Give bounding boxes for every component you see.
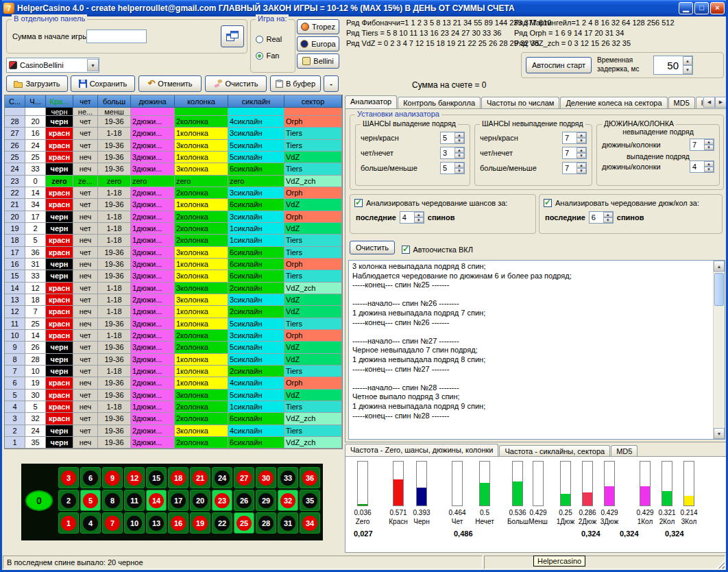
spin-down-icon[interactable]: ▼: [603, 217, 613, 223]
table-row[interactable]: 127красннеч1-181дюжи...1колонка2сиклайнV…: [5, 306, 342, 318]
column-header[interactable]: дюжина: [131, 95, 175, 108]
roulette-cell-32[interactable]: 32: [278, 490, 298, 511]
spinner-value[interactable]: 7: [563, 163, 577, 174]
delay-spinner[interactable]: 50▲▼: [653, 56, 693, 75]
spinner-value[interactable]: 4: [690, 161, 704, 172]
spinner-value[interactable]: 5: [441, 163, 454, 174]
table-row[interactable]: 45красннеч1-181дюжи...2колонка1сиклайнTi…: [5, 401, 342, 413]
spin-down-icon[interactable]: ▼: [704, 145, 714, 150]
roulette-cell-6[interactable]: 6: [80, 467, 101, 488]
combo-dropdown-arrow[interactable]: ▼: [87, 59, 99, 71]
table-row[interactable]: 2433черннеч19-363дюжи...3колонка6сиклайн…: [5, 163, 342, 175]
spin-up-icon[interactable]: ▲: [577, 147, 586, 153]
spin-up-icon[interactable]: ▲: [683, 56, 692, 65]
table-row[interactable]: 2525красннеч19-363дюжи...1колонка5сиклай…: [5, 152, 342, 163]
spin-up-icon[interactable]: ▲: [704, 161, 714, 167]
roulette-cell-21[interactable]: 21: [190, 467, 210, 488]
roulette-cell-31[interactable]: 31: [278, 512, 298, 534]
autoclear-control[interactable]: Автоочистка ВКЛ: [402, 243, 473, 255]
minimize-button[interactable]: ▁: [679, 2, 693, 14]
frequency-tab[interactable]: Частота - Zero, шансы, дюжины, колонки: [345, 444, 498, 457]
table-row[interactable]: 710чернчет1-181дюжи...1колонка2сиклайнTi…: [5, 366, 342, 377]
tabs-scroll-right[interactable]: ▶: [715, 97, 727, 108]
undo-button[interactable]: ↶ Отменить: [138, 75, 202, 92]
table-row[interactable]: 2134краснчет19-363дюжи...1колонка6сиклай…: [5, 199, 342, 211]
table-header[interactable]: С...Ч...Кра...четбольшдюжинаколонкасикла…: [5, 95, 342, 108]
chances-miss-spinner-2[interactable]: 7▲▼: [562, 162, 587, 174]
spin-up-icon[interactable]: ▲: [414, 212, 424, 217]
frequency-tab[interactable]: Частота - сиклайны, сектора: [499, 445, 610, 457]
autospin-start-button[interactable]: Автоспин старт: [526, 57, 592, 73]
roulette-cell-22[interactable]: 22: [212, 512, 232, 534]
roulette-cell-14[interactable]: 14: [146, 490, 167, 511]
chances-hit-spinner-2[interactable]: 5▲▼: [440, 162, 465, 174]
roulette-zero-cell[interactable]: 0: [25, 490, 53, 511]
europa-button[interactable]: Europa: [297, 36, 339, 51]
analyzer-tab[interactable]: Частоты по числам: [481, 97, 559, 108]
table-row[interactable]: 619красннеч19-362дюжи...1колонка4сиклайн…: [5, 377, 342, 389]
chances-hit-spinner-1[interactable]: 3▲▼: [440, 147, 465, 159]
roulette-cell-12[interactable]: 12: [124, 467, 145, 488]
collapse-button[interactable]: -: [324, 75, 339, 92]
analyzer-tab[interactable]: Анализатор: [345, 95, 397, 108]
roulette-cell-28[interactable]: 28: [256, 512, 276, 534]
spin-down-icon[interactable]: ▼: [454, 168, 464, 174]
dozen-hit-spinner[interactable]: 4▲▼: [690, 160, 714, 173]
scroll-up-icon[interactable]: ▲: [714, 261, 725, 272]
table-row[interactable]: 332краснчет19-363дюжи...2колонка6сиклайн…: [5, 413, 342, 425]
autoclear-checkbox[interactable]: [402, 246, 410, 254]
alternate-dozens-checkbox[interactable]: [544, 199, 552, 207]
roulette-cell-23[interactable]: 23: [212, 490, 232, 511]
roulette-cell-29[interactable]: 29: [256, 490, 276, 511]
save-button[interactable]: Сохранить: [71, 75, 135, 92]
spin-down-icon[interactable]: ▼: [704, 167, 714, 172]
column-header[interactable]: сектор: [284, 95, 342, 108]
log-clear-button[interactable]: Очистить: [350, 241, 395, 254]
roulette-cell-35[interactable]: 35: [300, 490, 320, 511]
spin-up-icon[interactable]: ▲: [603, 212, 613, 217]
roulette-cell-18[interactable]: 18: [168, 467, 189, 488]
tabs-scroll-left[interactable]: ◀: [703, 97, 715, 108]
spin-down-icon[interactable]: ▼: [577, 168, 586, 174]
spinner-value[interactable]: 4: [400, 212, 414, 223]
spin-down-icon[interactable]: ▼: [454, 153, 464, 158]
column-header[interactable]: Ч...: [25, 95, 46, 108]
frequency-tab[interactable]: MD5: [611, 445, 638, 457]
spin-up-icon[interactable]: ▲: [454, 147, 464, 153]
spin-up-icon[interactable]: ▲: [454, 163, 464, 168]
load-button[interactable]: Загрузить: [6, 75, 68, 92]
table-row[interactable]: 2214краснчет1-182дюжи...2колонка3сиклайн…: [5, 187, 342, 199]
analyzer-tab[interactable]: MD5: [668, 97, 695, 108]
spinner-value[interactable]: 5: [441, 132, 454, 143]
column-header[interactable]: С...: [5, 95, 25, 108]
roulette-cell-16[interactable]: 16: [168, 512, 189, 534]
roulette-cell-1[interactable]: 1: [58, 512, 79, 534]
table-row[interactable]: 135черннеч19-363дюжи...2колонка6сиклайнV…: [5, 437, 342, 449]
tropez-button[interactable]: Tropez: [297, 19, 339, 34]
table-row[interactable]: 192чернчет1-181дюжи...2колонка1сиклайнVd…: [5, 223, 342, 235]
roulette-cell-3[interactable]: 3: [58, 467, 79, 488]
casino-select[interactable]: CasinoBellini ▼: [6, 58, 99, 73]
spinner-value[interactable]: 7: [690, 139, 704, 150]
table-row[interactable]: 1533черннеч19-363дюжи...3колонка6сиклайн…: [5, 270, 342, 282]
radio-real-circle[interactable]: [256, 36, 263, 43]
table-row[interactable]: 1318краснчет1-182дюжи...3колонка3сиклайн…: [5, 294, 342, 306]
log-scrollbar[interactable]: ▲ ▼: [713, 261, 725, 439]
radio-fan[interactable]: Fan: [256, 49, 279, 61]
maximize-button[interactable]: □: [694, 2, 709, 14]
spin-down-icon[interactable]: ▼: [414, 217, 424, 223]
table-row[interactable]: 2624краснчет19-362дюжи...3колонка5сиклай…: [5, 140, 342, 152]
table-row[interactable]: 1412краснчет1-181дюжи...3колонка2сиклайн…: [5, 283, 342, 294]
roulette-cell-13[interactable]: 13: [146, 512, 167, 534]
chances-last-spins-spinner[interactable]: 4▲▼: [400, 211, 424, 224]
chances-miss-spinner-1[interactable]: 7▲▼: [562, 147, 587, 159]
table-row[interactable]: 2017черннеч1-182дюжи...2колонка3сиклайнO…: [5, 211, 342, 223]
scroll-thumb[interactable]: [714, 273, 724, 306]
column-header[interactable]: Кра...: [46, 95, 73, 108]
roulette-cell-15[interactable]: 15: [146, 467, 167, 488]
roulette-cell-20[interactable]: 20: [190, 490, 210, 511]
spinner-value[interactable]: 50: [654, 56, 683, 74]
table-row[interactable]: 1125красннеч19-363дюжи...1колонка5сиклай…: [5, 318, 342, 330]
roulette-cell-10[interactable]: 10: [124, 512, 145, 534]
table-row[interactable]: 1631черннеч19-363дюжи...1колонка6сиклайн…: [5, 259, 342, 270]
